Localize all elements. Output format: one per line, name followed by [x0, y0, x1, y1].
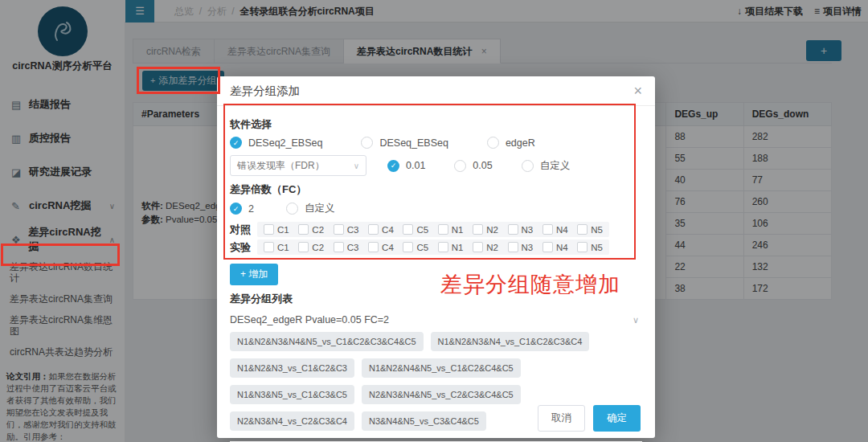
sample-checkbox[interactable]: [542, 242, 553, 252]
sample-option: N1: [438, 242, 464, 252]
sample-option: N4: [542, 242, 568, 252]
check-icon: ✓: [233, 139, 240, 147]
sample-option: C5: [403, 242, 428, 252]
increase-label: 增加: [248, 268, 268, 280]
sample-label: N1: [452, 243, 464, 252]
control-sample-row: 对照 C1 C2 C3 C4 C5 N1 N2 N3 N4 N5: [230, 222, 642, 237]
experiment-label: 实验: [230, 240, 257, 255]
sample-checkbox[interactable]: [473, 224, 483, 235]
confirm-button[interactable]: 确定: [593, 405, 641, 432]
sample-label: N5: [591, 225, 603, 235]
radio-label[interactable]: DESeq2_EBSeq: [248, 137, 322, 149]
sample-label: N4: [556, 243, 568, 252]
sample-option: N2: [473, 242, 498, 252]
radio-fc-2-checked[interactable]: ✓: [230, 203, 242, 215]
sample-option: N4: [542, 224, 568, 235]
sample-label: C5: [416, 243, 428, 252]
radio-label[interactable]: 0.01: [406, 160, 425, 171]
control-label: 对照: [230, 223, 257, 237]
sample-checkbox[interactable]: [403, 224, 413, 235]
app-screen: circRNA测序分析平台 ▤ 结题报告 ▥ 质控报告 ◪ 研究进展记录 ✎ c…: [0, 0, 868, 442]
sample-label: C4: [382, 225, 394, 235]
sample-label: C3: [347, 225, 359, 235]
sample-label: N3: [522, 225, 534, 235]
fdr-select-value: 错误发现率（FDR）: [237, 159, 325, 173]
sample-label: C1: [277, 225, 289, 235]
sample-checkbox[interactable]: [264, 242, 274, 252]
sample-option: C1: [264, 242, 289, 252]
plus-icon: +: [240, 268, 246, 280]
sample-option: C4: [368, 224, 394, 235]
sample-checkbox[interactable]: [334, 224, 344, 235]
cancel-button[interactable]: 取消: [538, 405, 585, 432]
radio-label[interactable]: 2: [248, 203, 254, 215]
sample-checkbox[interactable]: [473, 242, 483, 252]
modal-header: 差异分组添加 ×: [217, 76, 655, 106]
sample-checkbox[interactable]: [334, 242, 344, 252]
sample-checkbox[interactable]: [368, 224, 379, 235]
group-chip[interactable]: N1&N2&N3&N4&N5_vs_C1&C2&C3&C4&C5: [230, 332, 424, 351]
fc-section-label: 差异倍数（FC）: [230, 182, 642, 197]
sample-option: C3: [334, 242, 359, 252]
add-group-modal: 差异分组添加 × 软件选择 ✓ DESeq2_EBSeq DESeq_EBSeq…: [217, 76, 655, 438]
group-summary-row: DESeq2_edgeR Pvalue=0.05 FC=2 ∨: [230, 314, 642, 325]
sample-checkbox[interactable]: [508, 242, 518, 252]
group-summary-text: DESeq2_edgeR Pvalue=0.05 FC=2: [230, 314, 389, 325]
experiment-sample-row: 实验 C1 C2 C3 C4 C5 N1 N2 N3 N4 N5: [230, 239, 642, 255]
chevron-down-icon[interactable]: ∨: [633, 315, 639, 325]
sample-label: C2: [312, 243, 324, 252]
radio-label[interactable]: DESeq_EBSeq: [379, 137, 448, 149]
sample-option: C2: [298, 224, 324, 235]
radio-fdr-custom[interactable]: [522, 160, 534, 172]
modal-title: 差异分组添加: [230, 84, 300, 99]
sample-checkbox[interactable]: [264, 224, 274, 235]
control-sample-strip: C1 C2 C3 C4 C5 N1 N2 N3 N4 N5: [257, 222, 609, 237]
fdr-row: 错误发现率（FDR） ∨ ✓ 0.01 0.05 自定义: [230, 155, 642, 176]
sample-checkbox[interactable]: [508, 224, 518, 235]
group-list-section-label: 差异分组列表: [230, 292, 642, 306]
sample-label: N4: [556, 225, 568, 235]
radio-deseq-ebseq[interactable]: [361, 137, 373, 149]
software-options-row: ✓ DESeq2_EBSeq DESeq_EBSeq edgeR: [230, 137, 642, 149]
group-chip[interactable]: N1&N2&N4&N5_vs_C1&C2&C4&C5: [362, 358, 521, 378]
radio-fdr-005[interactable]: [454, 160, 466, 172]
sample-option: C2: [298, 242, 324, 252]
experiment-sample-strip: C1 C2 C3 C4 C5 N1 N2 N3 N4 N5: [257, 239, 609, 255]
increase-button[interactable]: + 增加: [230, 264, 278, 285]
sample-checkbox[interactable]: [577, 242, 588, 252]
software-section-label: 软件选择: [230, 117, 642, 132]
sample-option: C3: [334, 224, 359, 235]
sample-option: C1: [264, 224, 289, 235]
sample-option: N3: [508, 224, 534, 235]
sample-label: N2: [486, 225, 498, 235]
radio-label[interactable]: 自定义: [305, 202, 335, 215]
radio-label[interactable]: edgeR: [506, 137, 535, 149]
sample-checkbox[interactable]: [298, 224, 309, 235]
radio-fdr-001-checked[interactable]: ✓: [387, 160, 399, 172]
sample-option: C5: [403, 224, 428, 235]
sample-label: C4: [382, 243, 394, 252]
sample-checkbox[interactable]: [542, 224, 553, 235]
sample-option: N3: [508, 242, 534, 252]
sample-checkbox[interactable]: [438, 224, 448, 235]
modal-close-icon[interactable]: ×: [633, 84, 642, 98]
sample-option: C4: [368, 242, 394, 252]
check-icon: ✓: [391, 162, 397, 170]
sample-label: N5: [591, 243, 603, 252]
group-chip[interactable]: N1&N2&N3&N4_vs_C1&C2&C3&C4: [431, 332, 590, 351]
sample-checkbox[interactable]: [368, 242, 379, 252]
modal-body: 软件选择 ✓ DESeq2_EBSeq DESeq_EBSeq edgeR 错误…: [217, 106, 655, 442]
sample-checkbox[interactable]: [438, 242, 448, 252]
sample-checkbox[interactable]: [298, 242, 309, 252]
sample-checkbox[interactable]: [577, 224, 588, 235]
sample-checkbox[interactable]: [403, 242, 413, 252]
radio-label[interactable]: 自定义: [540, 159, 571, 173]
radio-edger[interactable]: [487, 137, 499, 149]
chevron-down-icon: ∨: [354, 162, 359, 170]
group-chip[interactable]: N1&N2&N3_vs_C1&C2&C3: [230, 358, 354, 378]
fdr-select[interactable]: 错误发现率（FDR） ∨: [230, 155, 366, 176]
fc-options-row: ✓ 2 自定义: [230, 202, 642, 215]
radio-label[interactable]: 0.05: [473, 160, 492, 171]
radio-fc-custom[interactable]: [286, 203, 298, 215]
radio-deseq2-ebseq-checked[interactable]: ✓: [230, 137, 242, 149]
